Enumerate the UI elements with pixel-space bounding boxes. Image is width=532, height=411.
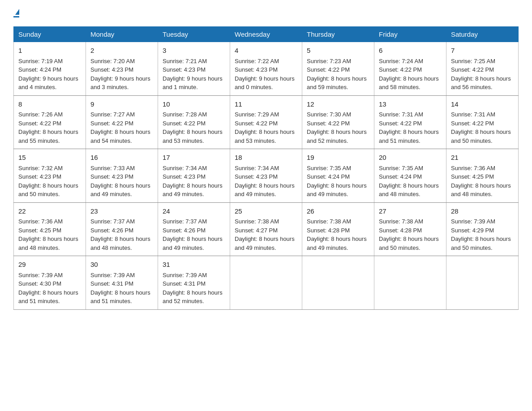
day-sunrise: Sunrise: 7:39 AM bbox=[90, 272, 135, 278]
day-number: 3 bbox=[163, 46, 225, 56]
day-sunset: Sunset: 4:24 PM bbox=[18, 66, 61, 73]
day-sunset: Sunset: 4:31 PM bbox=[163, 280, 206, 287]
day-sunrise: Sunrise: 7:24 AM bbox=[379, 58, 423, 64]
day-number: 21 bbox=[451, 153, 514, 163]
day-daylight: Daylight: 8 hours hours bbox=[307, 182, 367, 189]
day-sunset: Sunset: 4:22 PM bbox=[307, 120, 350, 127]
day-number: 18 bbox=[235, 153, 297, 163]
calendar-cell: 1 Sunrise: 7:19 AM Sunset: 4:24 PM Dayli… bbox=[14, 42, 86, 96]
day-sunrise: Sunrise: 7:23 AM bbox=[307, 58, 351, 64]
day-number: 14 bbox=[451, 99, 514, 110]
page-header bbox=[13, 9, 519, 17]
day-sunset: Sunset: 4:22 PM bbox=[163, 120, 206, 127]
header-wednesday: Wednesday bbox=[230, 27, 302, 42]
day-daylight-min: and 50 minutes. bbox=[379, 244, 420, 251]
day-number: 27 bbox=[379, 206, 442, 217]
calendar-cell: 19 Sunrise: 7:35 AM Sunset: 4:24 PM Dayl… bbox=[302, 149, 374, 203]
day-sunset: Sunset: 4:25 PM bbox=[451, 173, 494, 180]
day-daylight: Daylight: 8 hours hours bbox=[307, 128, 367, 135]
day-sunset: Sunset: 4:26 PM bbox=[163, 227, 206, 234]
day-daylight-min: and 51 minutes. bbox=[18, 298, 60, 304]
calendar-cell: 27 Sunrise: 7:38 AM Sunset: 4:28 PM Dayl… bbox=[374, 202, 446, 256]
day-daylight-min: and 49 minutes. bbox=[307, 191, 348, 197]
day-sunrise: Sunrise: 7:27 AM bbox=[90, 111, 135, 118]
calendar-week-row-2: 8 Sunrise: 7:26 AM Sunset: 4:22 PM Dayli… bbox=[14, 95, 519, 149]
day-number: 12 bbox=[307, 99, 369, 110]
day-daylight-min: and 49 minutes. bbox=[163, 244, 204, 251]
calendar-week-row-1: 1 Sunrise: 7:19 AM Sunset: 4:24 PM Dayli… bbox=[14, 42, 519, 96]
calendar-cell: 6 Sunrise: 7:24 AM Sunset: 4:22 PM Dayli… bbox=[374, 42, 446, 96]
day-daylight: Daylight: 8 hours hours bbox=[451, 128, 511, 135]
day-daylight: Daylight: 8 hours hours bbox=[163, 182, 223, 189]
day-sunrise: Sunrise: 7:20 AM bbox=[90, 58, 135, 64]
day-number: 29 bbox=[18, 260, 81, 270]
calendar-cell: 15 Sunrise: 7:32 AM Sunset: 4:23 PM Dayl… bbox=[14, 149, 86, 203]
day-number: 17 bbox=[163, 153, 225, 163]
day-sunrise: Sunrise: 7:37 AM bbox=[90, 218, 135, 225]
day-sunset: Sunset: 4:23 PM bbox=[90, 173, 133, 180]
day-daylight-min: and 49 minutes. bbox=[307, 244, 348, 251]
day-sunrise: Sunrise: 7:35 AM bbox=[307, 165, 351, 171]
day-sunrise: Sunrise: 7:39 AM bbox=[18, 272, 63, 278]
day-daylight: Daylight: 8 hours hours bbox=[90, 128, 150, 135]
day-daylight-min: and 51 minutes. bbox=[379, 137, 420, 144]
day-daylight-min: and 55 minutes. bbox=[18, 137, 60, 144]
logo bbox=[13, 9, 19, 17]
day-number: 20 bbox=[379, 153, 442, 163]
day-sunset: Sunset: 4:22 PM bbox=[379, 120, 422, 127]
day-sunset: Sunset: 4:28 PM bbox=[307, 227, 350, 234]
day-daylight-min: and 56 minutes. bbox=[451, 84, 493, 90]
header-friday: Friday bbox=[374, 27, 446, 42]
day-sunrise: Sunrise: 7:21 AM bbox=[163, 58, 207, 64]
calendar-cell: 2 Sunrise: 7:20 AM Sunset: 4:23 PM Dayli… bbox=[86, 42, 158, 96]
day-number: 8 bbox=[18, 99, 81, 110]
day-daylight: Daylight: 8 hours hours bbox=[90, 235, 150, 242]
calendar-week-row-4: 22 Sunrise: 7:36 AM Sunset: 4:25 PM Dayl… bbox=[14, 202, 519, 256]
calendar-cell bbox=[302, 256, 374, 310]
day-daylight-min: and 3 minutes. bbox=[90, 84, 129, 90]
day-sunrise: Sunrise: 7:38 AM bbox=[379, 218, 423, 225]
header-saturday: Saturday bbox=[446, 27, 519, 42]
day-sunset: Sunset: 4:23 PM bbox=[235, 66, 278, 73]
day-daylight-min: and 54 minutes. bbox=[90, 137, 132, 144]
day-daylight-min: and 53 minutes. bbox=[163, 137, 204, 144]
day-daylight: Daylight: 9 hours hours bbox=[235, 75, 295, 82]
header-tuesday: Tuesday bbox=[158, 27, 230, 42]
day-sunset: Sunset: 4:28 PM bbox=[379, 227, 422, 234]
day-sunrise: Sunrise: 7:38 AM bbox=[307, 218, 351, 225]
calendar-week-row-5: 29 Sunrise: 7:39 AM Sunset: 4:30 PM Dayl… bbox=[14, 256, 519, 310]
day-number: 6 bbox=[379, 46, 442, 56]
day-number: 26 bbox=[307, 206, 369, 217]
calendar-cell: 4 Sunrise: 7:22 AM Sunset: 4:23 PM Dayli… bbox=[230, 42, 302, 96]
calendar-cell: 17 Sunrise: 7:34 AM Sunset: 4:23 PM Dayl… bbox=[158, 149, 230, 203]
day-daylight: Daylight: 9 hours hours bbox=[90, 75, 150, 82]
day-daylight: Daylight: 8 hours hours bbox=[451, 75, 511, 82]
day-number: 16 bbox=[90, 153, 153, 163]
day-sunset: Sunset: 4:22 PM bbox=[90, 120, 133, 127]
calendar-cell: 3 Sunrise: 7:21 AM Sunset: 4:23 PM Dayli… bbox=[158, 42, 230, 96]
calendar-cell: 30 Sunrise: 7:39 AM Sunset: 4:31 PM Dayl… bbox=[86, 256, 158, 310]
calendar-cell: 31 Sunrise: 7:39 AM Sunset: 4:31 PM Dayl… bbox=[158, 256, 230, 310]
day-number: 1 bbox=[18, 46, 81, 56]
day-daylight-min: and 53 minutes. bbox=[235, 137, 276, 144]
day-daylight: Daylight: 8 hours hours bbox=[18, 128, 78, 135]
day-daylight: Daylight: 8 hours hours bbox=[451, 235, 511, 242]
calendar-cell bbox=[446, 256, 519, 310]
day-daylight: Daylight: 8 hours hours bbox=[235, 128, 295, 135]
day-sunrise: Sunrise: 7:38 AM bbox=[235, 218, 279, 225]
header-monday: Monday bbox=[86, 27, 158, 42]
calendar-cell: 23 Sunrise: 7:37 AM Sunset: 4:26 PM Dayl… bbox=[86, 202, 158, 256]
day-number: 30 bbox=[90, 260, 153, 270]
calendar-cell: 25 Sunrise: 7:38 AM Sunset: 4:27 PM Dayl… bbox=[230, 202, 302, 256]
day-sunrise: Sunrise: 7:34 AM bbox=[235, 165, 279, 171]
day-sunrise: Sunrise: 7:37 AM bbox=[163, 218, 207, 225]
day-daylight-min: and 50 minutes. bbox=[451, 137, 493, 144]
day-daylight: Daylight: 8 hours hours bbox=[18, 182, 78, 189]
day-sunset: Sunset: 4:22 PM bbox=[451, 66, 494, 73]
day-sunset: Sunset: 4:24 PM bbox=[307, 173, 350, 180]
day-daylight-min: and 1 minute. bbox=[163, 84, 198, 90]
day-sunrise: Sunrise: 7:32 AM bbox=[18, 165, 63, 171]
day-sunrise: Sunrise: 7:28 AM bbox=[163, 111, 207, 118]
day-sunset: Sunset: 4:23 PM bbox=[163, 66, 206, 73]
day-sunrise: Sunrise: 7:36 AM bbox=[18, 218, 63, 225]
